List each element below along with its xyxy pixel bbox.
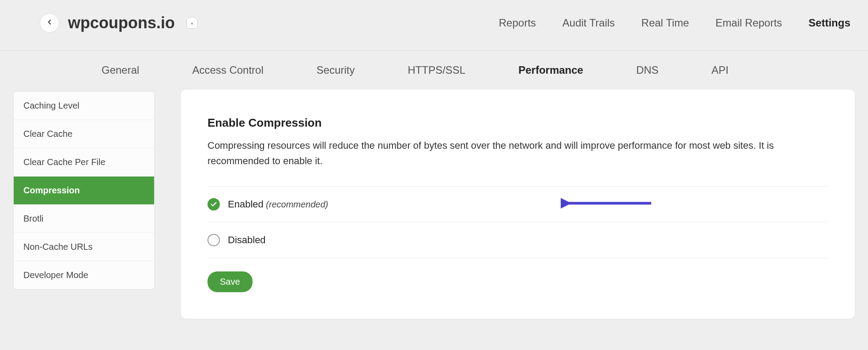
sidebar-item-developer-mode[interactable]: Developer Mode [14,261,154,289]
radio-checked-icon [208,198,220,211]
sidebar-item-brotli[interactable]: Brotli [14,205,154,233]
save-button[interactable]: Save [208,271,253,292]
option-enabled-row[interactable]: Enabled (recommended) [208,186,828,222]
sidebar-item-compression[interactable]: Compression [14,177,154,205]
back-button[interactable] [40,13,59,33]
tab-performance[interactable]: Performance [518,64,583,90]
site-title: wpcoupons.io [68,14,175,32]
sidebar: Caching Level Clear Cache Clear Cache Pe… [13,91,155,290]
header-left: wpcoupons.io [40,13,198,33]
panel-title: Enable Compression [208,116,828,130]
topnav-settings[interactable]: Settings [808,17,850,29]
topnav-audit-trails[interactable]: Audit Trails [562,17,615,29]
tab-access-control[interactable]: Access Control [192,64,263,90]
sidebar-item-clear-cache-per-file[interactable]: Clear Cache Per File [14,148,154,177]
svg-marker-0 [191,23,193,24]
top-nav: Reports Audit Trails Real Time Email Rep… [499,17,868,29]
option-disabled-label: Disabled [228,234,266,245]
arrow-left-icon [45,18,53,28]
sidebar-item-non-cache-urls[interactable]: Non-Cache URLs [14,233,154,261]
panel-description: Compressing resources will reduce the nu… [208,138,828,169]
chevron-down-icon [190,18,194,28]
option-enabled-label: Enabled [228,199,264,210]
tab-api[interactable]: API [712,64,729,90]
tab-security[interactable]: Security [317,64,355,90]
topnav-email-reports[interactable]: Email Reports [716,17,782,29]
topnav-real-time[interactable]: Real Time [642,17,689,29]
tab-dns[interactable]: DNS [636,64,659,90]
tab-general[interactable]: General [102,64,139,90]
sidebar-item-caching-level[interactable]: Caching Level [14,92,154,120]
site-dropdown-button[interactable] [186,17,198,29]
tabs-bar: General Access Control Security HTTPS/SS… [0,51,868,90]
option-disabled-row[interactable]: Disabled [208,222,828,258]
radio-unchecked-icon [208,234,220,246]
body-row: Caching Level Clear Cache Clear Cache Pe… [0,90,868,336]
option-disabled-text: Disabled [228,234,266,246]
main-panel: Enable Compression Compressing resources… [181,90,855,319]
annotation-arrow [561,197,653,212]
option-enabled-text: Enabled (recommended) [228,199,328,210]
topnav-reports[interactable]: Reports [499,17,536,29]
option-enabled-hint: (recommended) [266,199,328,209]
header: wpcoupons.io Reports Audit Trails Real T… [0,0,868,51]
tab-https-ssl[interactable]: HTTPS/SSL [408,64,465,90]
sidebar-item-clear-cache[interactable]: Clear Cache [14,120,154,148]
